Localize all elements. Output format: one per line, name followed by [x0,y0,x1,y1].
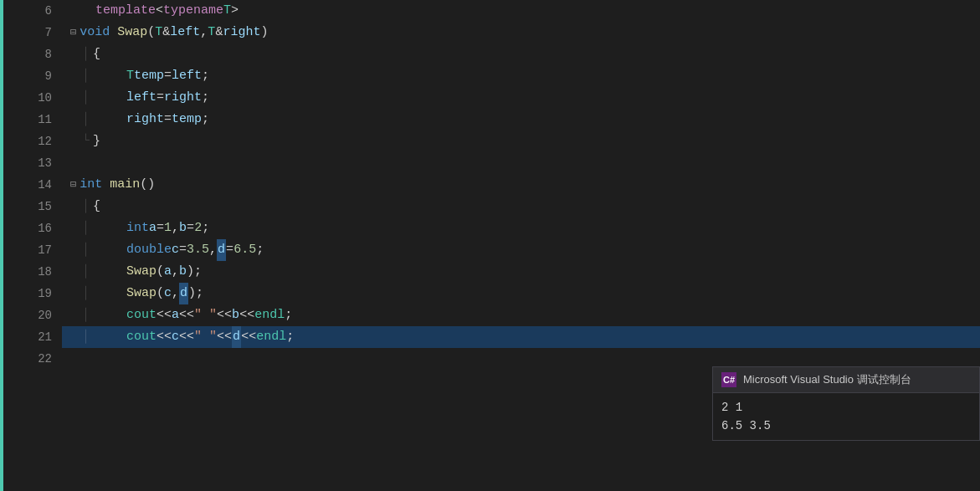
line-num-16: 16 [3,217,52,239]
line-num-14: 14 [3,174,52,196]
tooltip-content: 2 1 6.5 3.5 [713,393,979,440]
line-num-9: 9 [3,65,52,87]
output-line-2: 6.5 3.5 [721,417,971,435]
line-num-21: 21 [3,326,52,348]
code-line-21: │ cout << c << " " << d << endl; [62,326,980,348]
code-line-20: │ cout << a << " " << b << endl; [62,304,980,326]
line-num-19: 19 [3,283,52,304]
tooltip-title: Microsoft Visual Studio 调试控制台 [743,372,911,387]
code-line-17: │ double c = 3.5, d = 6.5; [62,239,980,261]
code-line-18: │ Swap(a, b) ; [62,261,980,283]
code-line-8: │ { [62,43,980,65]
output-line-1: 2 1 [721,398,971,417]
code-line-15: │ { [62,196,980,217]
code-line-16: │ int a = 1, b = 2; [62,217,980,239]
code-line-11: │ right = temp; [62,109,980,130]
line-num-6: 6 [3,0,52,22]
keyword-template: template [95,0,156,22]
code-area[interactable]: template<typename T> ⊟ void Swap(T& left… [62,0,980,491]
line-num-11: 11 [3,109,52,130]
cursor-d-21: d [232,326,241,348]
code-line-13 [62,152,980,174]
line-num-15: 15 [3,196,52,217]
code-line-9: │ T temp = left; [62,65,980,87]
code-line-12: └ } [62,130,980,152]
tooltip-header: C# Microsoft Visual Studio 调试控制台 [713,367,979,393]
cursor-d-19: d [179,283,188,304]
editor-container: 6 7 8 9 10 11 12 13 14 15 16 17 18 19 20… [0,0,980,491]
code-line-10: │ left = right; [62,87,980,109]
line-num-18: 18 [3,261,52,283]
line-num-10: 10 [3,87,52,109]
line-num-17: 17 [3,239,52,261]
line-num-22: 22 [3,348,52,370]
code-line-14: ⊟ int main() [62,174,980,196]
line-num-20: 20 [3,304,52,326]
line-numbers: 6 7 8 9 10 11 12 13 14 15 16 17 18 19 20… [3,0,62,491]
vs-icon: C# [721,372,736,387]
debug-console-popup: C# Microsoft Visual Studio 调试控制台 2 1 6.5… [712,366,980,441]
code-line-6: template<typename T> [62,0,980,22]
line-num-12: 12 [3,130,52,152]
code-line-19: │ Swap(c, d) ; [62,283,980,304]
collapse-icon-14[interactable]: ⊟ [70,174,76,196]
collapse-icon-7[interactable]: ⊟ [70,22,76,43]
line-num-13: 13 [3,152,52,174]
code-line-7: ⊟ void Swap(T& left, T& right) [62,22,980,43]
line-num-8: 8 [3,43,52,65]
line-num-7: 7 [3,22,52,43]
cursor-d-17: d [217,239,226,261]
